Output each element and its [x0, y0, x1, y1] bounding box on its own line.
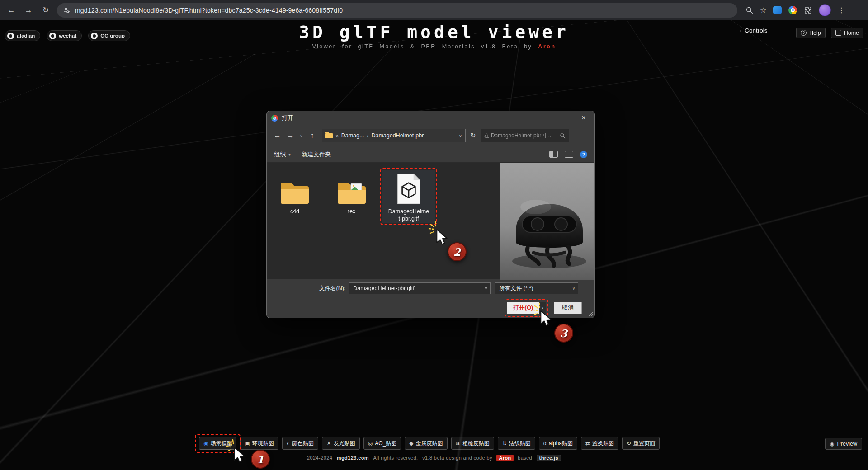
footer-site[interactable]: mgd123.com: [337, 455, 369, 461]
dialog-title: 打开: [282, 114, 293, 122]
filetype-value: 所有文件 (*.*): [499, 285, 533, 292]
breadcrumb[interactable]: « Damag... › DamagedHelmet-pbr ∨: [322, 129, 466, 142]
badge-afadian[interactable]: afadian: [5, 30, 40, 41]
file-item-c4d[interactable]: c4d: [273, 170, 316, 215]
new-folder-button[interactable]: 新建文件夹: [302, 150, 331, 159]
help-icon: ?: [801, 30, 807, 36]
help-button[interactable]: ? Help: [796, 28, 826, 38]
organize-button[interactable]: 组织 ▾: [274, 150, 291, 159]
back-icon[interactable]: ←: [5, 4, 18, 17]
preview-label: Preview: [837, 441, 857, 447]
file-name: DamagedHelmet-pbr.gltf: [388, 208, 429, 223]
home-label: Home: [844, 30, 859, 36]
forward-icon[interactable]: →: [22, 4, 35, 17]
extension-icon[interactable]: [773, 6, 782, 14]
footer-author-badge[interactable]: Aron: [496, 455, 513, 461]
breadcrumb-current[interactable]: DamagedHelmet-pbr: [371, 132, 424, 139]
menu-kebab-icon[interactable]: ⋮: [838, 6, 845, 14]
site-settings-icon[interactable]: [63, 7, 71, 14]
breadcrumb-parent[interactable]: Damag...: [341, 132, 364, 139]
new-folder-label: 新建文件夹: [302, 150, 331, 159]
color-map-button[interactable]: ◐ 颜色贴图: [282, 437, 318, 450]
gltf-file-icon: [396, 170, 421, 207]
color-map-icon: ◐: [287, 440, 290, 446]
displacement-map-button[interactable]: ⇄ 置换贴图: [581, 437, 618, 450]
filename-field[interactable]: ∨: [349, 282, 491, 294]
browser-toolbar: ← → ↻ mgd123.com/N1ebulaNoodl8e/3D-glTF.…: [0, 0, 868, 20]
button-label: 粗糙度贴图: [462, 440, 490, 447]
preview-button[interactable]: ◉ Preview: [825, 438, 862, 450]
profile-avatar[interactable]: [819, 4, 831, 16]
breadcrumb-dropdown-icon[interactable]: ∨: [459, 133, 462, 138]
environment-map-button[interactable]: ▣ 环境贴图: [240, 437, 278, 450]
button-label: 金属度贴图: [416, 440, 443, 447]
filename-input[interactable]: [349, 285, 490, 291]
change-view-icon[interactable]: [549, 151, 558, 158]
preview-eye-icon: ◉: [830, 441, 835, 447]
subtitle-author: Aron: [538, 43, 556, 50]
browser-logo-icon[interactable]: [788, 6, 797, 14]
nav-up-icon[interactable]: ↑: [307, 132, 317, 140]
chevron-down-icon[interactable]: ∨: [485, 286, 488, 291]
step-badge-3: 3: [554, 324, 573, 343]
badge-qq-group[interactable]: QQ group: [88, 30, 130, 41]
emissive-map-icon: ☀: [326, 440, 331, 446]
breadcrumb-collapsed-icon[interactable]: «: [335, 132, 339, 139]
resize-grip[interactable]: [588, 311, 593, 316]
alpha-map-button[interactable]: α alpha贴图: [539, 437, 577, 450]
browser-nav-buttons: ← → ↻: [0, 4, 57, 17]
filetype-select[interactable]: 所有文件 (*.*) ∨: [495, 282, 578, 294]
roughness-map-button[interactable]: ≋ 粗糙度贴图: [451, 437, 494, 450]
dialog-help-icon[interactable]: ?: [580, 151, 587, 158]
file-name: tex: [348, 208, 356, 215]
extensions-puzzle-icon[interactable]: [804, 6, 812, 14]
file-item-gltf[interactable]: DamagedHelmet-pbr.gltf: [382, 170, 435, 223]
cancel-button[interactable]: 取消: [554, 302, 582, 314]
close-icon[interactable]: ×: [577, 114, 590, 122]
help-label: Help: [809, 30, 821, 36]
footer-engine-badge[interactable]: three.js: [537, 455, 561, 461]
scene-model-icon: ◉: [203, 440, 208, 446]
emissive-map-button[interactable]: ☀ 发光贴图: [322, 437, 360, 450]
button-label: 发光贴图: [334, 440, 355, 447]
cursor-arrow-icon: [436, 229, 448, 245]
chevron-right-icon: ›: [740, 27, 741, 34]
search-icon[interactable]: [745, 6, 753, 14]
nav-back-icon[interactable]: ←: [272, 132, 283, 140]
url-text[interactable]: mgd123.com/N1ebulaNoodl8e/3D-glTF.html?t…: [75, 7, 343, 14]
footer: 2024-2024 mgd123.com All rights reserved…: [0, 455, 868, 461]
viewer-canvas[interactable]: afadian wechat QQ group 3D glTF model vi…: [0, 20, 868, 470]
nav-history-dropdown-icon[interactable]: ∨: [298, 133, 304, 138]
controls-label: Controls: [745, 27, 767, 34]
home-button[interactable]: → Home: [831, 28, 863, 38]
step-badge-1: 1: [251, 450, 270, 469]
file-item-tex[interactable]: tex: [330, 170, 373, 215]
dialog-filename-row: 文件名(N): ∨ 所有文件 (*.*) ∨: [267, 279, 594, 298]
reset-page-button[interactable]: ↻ 重置页面: [622, 437, 660, 450]
refresh-icon[interactable]: ↻: [470, 132, 476, 140]
dialog-search-input[interactable]: [484, 132, 558, 139]
dialog-titlebar[interactable]: 打开 ×: [267, 111, 594, 125]
file-open-dialog: 打开 × ← → ∨ ↑ « Damag... › DamagedHelmet-…: [266, 111, 595, 318]
url-bar[interactable]: mgd123.com/N1ebulaNoodl8e/3D-glTF.html?t…: [57, 3, 737, 18]
normal-map-button[interactable]: ⇅ 法线贴图: [498, 437, 535, 450]
chrome-logo-icon: [271, 115, 278, 122]
cursor-arrow-icon: [234, 447, 245, 463]
reload-icon[interactable]: ↻: [39, 4, 52, 17]
dialog-search-box[interactable]: [481, 129, 569, 142]
folder-icon: [326, 133, 333, 138]
texture-toolbar: ◉ 场景模型 ▣ 环境贴图 ◐ 颜色贴图 ☀ 发光贴图 ◎ AO_贴图 ◆ 金属…: [199, 437, 660, 450]
nav-forward-icon[interactable]: →: [285, 132, 296, 140]
folder-image-icon: [337, 170, 367, 207]
button-label: 颜色贴图: [292, 440, 314, 447]
file-list[interactable]: c4d tex: [267, 163, 500, 279]
bookmark-star-icon[interactable]: ☆: [760, 6, 766, 14]
ao-map-button[interactable]: ◎ AO_贴图: [363, 437, 401, 450]
badge-wechat[interactable]: wechat: [47, 30, 82, 41]
badge-wechat-label: wechat: [59, 33, 76, 38]
preview-pane-icon[interactable]: [565, 151, 573, 158]
normal-map-icon: ⇅: [502, 440, 507, 446]
controls-panel-toggle[interactable]: › Controls: [740, 27, 768, 34]
footer-years: 2024-2024: [307, 455, 332, 461]
metalness-map-button[interactable]: ◆ 金属度贴图: [405, 437, 447, 450]
